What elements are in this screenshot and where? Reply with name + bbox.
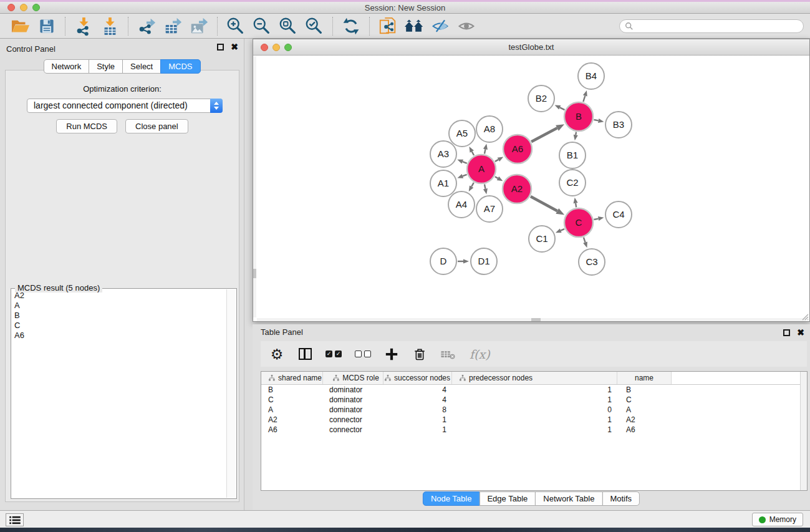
save-session-icon[interactable] (34, 15, 60, 37)
network-close-button[interactable] (261, 44, 268, 51)
tab-mcds[interactable]: MCDS (160, 59, 200, 74)
cell-predecessor-nodes[interactable]: 1 (452, 385, 617, 395)
cell-name[interactable]: A6 (617, 425, 672, 435)
add-column-icon[interactable] (384, 345, 399, 364)
refresh-icon[interactable] (338, 15, 364, 37)
cell-mcds-role[interactable]: dominator (323, 405, 383, 415)
new-network-from-selection-icon[interactable] (375, 15, 401, 37)
run-mcds-button[interactable]: Run MCDS (56, 119, 117, 133)
table-row[interactable]: Adominator80A (261, 405, 807, 415)
criterion-dropdown[interactable]: largest connected component (directed) (27, 99, 223, 113)
table-settings-gear-icon[interactable]: ⚙ (269, 345, 284, 364)
cell-name[interactable]: A2 (617, 415, 672, 425)
toggle-column-view-icon[interactable] (297, 345, 312, 364)
mcds-result-item[interactable]: A (12, 301, 226, 311)
import-network-icon[interactable] (70, 15, 97, 37)
open-session-icon[interactable] (7, 15, 34, 37)
delete-column-icon[interactable] (412, 345, 427, 364)
search-input[interactable] (636, 21, 798, 31)
memory-button[interactable]: Memory (752, 513, 803, 526)
search-field[interactable] (619, 19, 804, 33)
column-header-mcds-role[interactable]: MCDS role (323, 372, 383, 384)
edge-A-A8[interactable] (485, 149, 485, 153)
tab-network[interactable]: Network (43, 59, 89, 74)
column-header-shared-name[interactable]: shared name (261, 372, 323, 384)
cell-successor-nodes[interactable]: 4 (383, 395, 452, 405)
cell-predecessor-nodes[interactable]: 0 (452, 405, 617, 415)
network-horizontal-scrollbar[interactable] (257, 318, 806, 321)
tab-node-table[interactable]: Node Table (423, 491, 480, 506)
edge-A-A1[interactable] (463, 175, 467, 177)
zoom-window-button[interactable] (32, 4, 40, 11)
edge-C-C3[interactable] (584, 238, 586, 243)
cell-successor-nodes[interactable]: 4 (383, 385, 452, 395)
cell-name[interactable]: A (617, 405, 672, 415)
cell-shared-name[interactable]: A2 (261, 415, 323, 425)
mcds-result-item[interactable]: A2 (12, 291, 226, 301)
hide-selected-icon[interactable] (427, 15, 453, 37)
table-scrollbar[interactable] (800, 372, 807, 490)
cell-mcds-role[interactable]: connector (323, 415, 383, 425)
deselect-all-columns-icon[interactable] (355, 345, 371, 364)
export-table-icon[interactable] (160, 15, 186, 37)
tab-edge-table[interactable]: Edge Table (479, 491, 536, 506)
float-table-panel-icon[interactable] (783, 329, 790, 336)
show-all-icon[interactable] (453, 15, 480, 37)
edge-B-B4[interactable] (583, 96, 585, 102)
close-window-button[interactable] (7, 4, 15, 11)
table-row[interactable]: A2connector11A2 (261, 415, 807, 425)
edge-A2-C[interactable] (531, 196, 557, 211)
cell-successor-nodes[interactable]: 8 (383, 405, 452, 415)
network-canvas[interactable]: B4B2BB3A5A8A6A3AB1A1C2A2A4A7CC4C1C3DD1 (253, 56, 809, 321)
cell-shared-name[interactable]: C (261, 395, 323, 405)
table-row[interactable]: Cdominator41C (261, 395, 807, 405)
tab-select[interactable]: Select (122, 59, 161, 74)
tab-network-table[interactable]: Network Table (535, 491, 602, 506)
import-table-icon[interactable] (97, 15, 123, 37)
cell-successor-nodes[interactable]: 1 (383, 425, 452, 435)
select-all-columns-icon[interactable]: ✓✓ (325, 345, 342, 364)
zoom-selected-icon[interactable] (301, 15, 327, 37)
cell-predecessor-nodes[interactable]: 1 (452, 395, 617, 405)
cell-mcds-role[interactable]: dominator (323, 395, 383, 405)
float-panel-icon[interactable] (217, 44, 224, 51)
cell-mcds-role[interactable]: dominator (323, 385, 383, 395)
edge-A-A5[interactable] (472, 152, 474, 155)
column-header-predecessor-nodes[interactable]: predecessor nodes (452, 372, 617, 384)
cell-successor-nodes[interactable]: 1 (383, 415, 452, 425)
edge-B-B3[interactable] (594, 120, 598, 120)
column-header-successor-nodes[interactable]: successor nodes (383, 372, 452, 384)
cell-predecessor-nodes[interactable]: 1 (452, 425, 617, 435)
export-image-icon[interactable] (186, 15, 212, 37)
resize-handle-icon[interactable] (802, 314, 809, 321)
network-vertical-scrollbar[interactable] (253, 56, 256, 317)
edge-B-B1[interactable] (576, 132, 576, 135)
table-row[interactable]: A6connector11A6 (261, 425, 807, 435)
mcds-result-item[interactable]: C (12, 321, 226, 331)
edge-A-A4[interactable] (471, 183, 474, 186)
table-row[interactable]: Bdominator41B (261, 385, 807, 395)
edge-C-C1[interactable] (561, 229, 564, 231)
edge-A-A3[interactable] (463, 162, 467, 163)
cell-shared-name[interactable]: A (261, 405, 323, 415)
cell-mcds-role[interactable]: connector (323, 425, 383, 435)
cell-predecessor-nodes[interactable]: 1 (452, 415, 617, 425)
edge-A-A7[interactable] (485, 184, 485, 188)
edge-A-A2[interactable] (495, 177, 498, 178)
mcds-result-scrollbar[interactable] (226, 289, 236, 498)
mcds-result-item[interactable]: A6 (12, 331, 226, 341)
zoom-fit-icon[interactable] (275, 15, 301, 37)
close-table-panel-icon[interactable]: ✖ (797, 329, 804, 336)
show-log-button[interactable] (6, 513, 24, 526)
edge-A6-B[interactable] (531, 128, 557, 142)
cell-name[interactable]: C (617, 395, 672, 405)
edge-C-C2[interactable] (576, 203, 576, 208)
export-network-icon[interactable] (133, 15, 160, 37)
minimize-window-button[interactable] (20, 4, 27, 11)
delete-table-icon[interactable] (440, 345, 456, 364)
function-builder-icon[interactable]: f(x) (470, 345, 490, 364)
cell-shared-name[interactable]: B (261, 385, 323, 395)
cell-name[interactable]: B (617, 385, 672, 395)
edge-C-C4[interactable] (594, 219, 598, 220)
zoom-out-icon[interactable] (249, 15, 275, 37)
